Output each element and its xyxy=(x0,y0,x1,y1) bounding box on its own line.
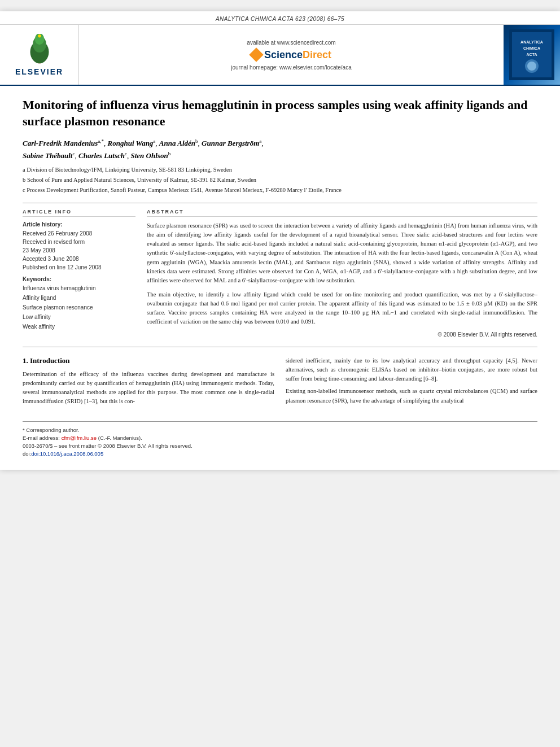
received-original: Received 26 February 2008 xyxy=(23,229,135,238)
article-info-abstract-section: ARTICLE INFO Article history: Received 2… xyxy=(23,209,537,338)
author-mandenius: Carl-Fredrik Mandenius xyxy=(23,139,98,148)
available-text: available at www.sciencedirect.com xyxy=(247,40,335,46)
direct-text: Direct xyxy=(303,49,331,60)
author-ohlson: Sten Ohlson xyxy=(131,152,168,160)
published-date: Published on line 12 June 2008 xyxy=(23,263,135,272)
author-lutsch: Charles Lutsch xyxy=(78,152,125,160)
corresponding-author: * Corresponding author. xyxy=(23,426,537,434)
abstract-p2: The main objective, to identify a low af… xyxy=(147,290,537,327)
doi-line: doi:doi:10.1016/j.aca.2008.06.005 xyxy=(23,450,537,458)
article-info-column: ARTICLE INFO Article history: Received 2… xyxy=(23,209,135,338)
body-right-column: sidered inefficient, mainly due to its l… xyxy=(286,356,537,410)
issn-line: 0003-2670/$ – see front matter © 2008 El… xyxy=(23,442,537,450)
intro-p2: sidered inefficient, mainly due to its l… xyxy=(286,356,537,384)
keyword-4: Low affinity xyxy=(23,313,135,321)
center-banner: available at www.sciencedirect.com Scien… xyxy=(79,25,504,85)
author-alden: Anna Aldén xyxy=(159,139,195,148)
received-revised-date: 23 May 2008 xyxy=(23,246,135,255)
author-bergstrom: Gunnar Bergström xyxy=(202,139,259,148)
svg-text:ACTA: ACTA xyxy=(527,53,537,56)
article-info-label: ARTICLE INFO xyxy=(23,209,135,217)
authors-line: Carl-Fredrik Mandeniusa,*, Ronghui Wanga… xyxy=(23,137,537,162)
page: ANALYTICA CHIMICA ACTA 623 (2008) 66–75 … xyxy=(0,11,560,470)
divider-1 xyxy=(23,203,537,203)
abstract-body: Surface plasmon resonance (SPR) was used… xyxy=(147,221,537,327)
body-section: 1. Introduction Determination of the eff… xyxy=(23,356,537,410)
keyword-1: Influenza virus hemagglutinin xyxy=(23,284,135,292)
author-wang: Ronghui Wang xyxy=(108,139,154,148)
footnote-area: * Corresponding author. E-mail address: … xyxy=(23,421,537,458)
sciencedirect-wordmark: ScienceDirect xyxy=(264,49,331,61)
keyword-5: Weak affinity xyxy=(23,322,135,331)
keyword-2: Affinity ligand xyxy=(23,294,135,302)
sciencedirect-logo: ScienceDirect xyxy=(251,49,331,61)
intro-p3: Existing non-labelled immunosensor metho… xyxy=(286,387,537,405)
author-thebault: Sabine Thébault xyxy=(23,152,73,160)
received-revised-label: Received in revised form xyxy=(23,238,135,246)
science-text: Science xyxy=(264,49,303,60)
body-left-column: 1. Introduction Determination of the eff… xyxy=(23,356,274,410)
affil-b: b School of Pure and Applied Natural Sci… xyxy=(23,176,537,185)
svg-text:ANALYTICA: ANALYTICA xyxy=(520,40,543,44)
doi-link[interactable]: doi:10.1016/j.aca.2008.06.005 xyxy=(31,451,103,457)
affil-c: c Process Development Purification, Sano… xyxy=(23,186,537,195)
svg-text:CHIMICA: CHIMICA xyxy=(523,46,540,50)
journal-header: ANALYTICA CHIMICA ACTA 623 (2008) 66–75 xyxy=(0,11,560,25)
abstract-p1: Surface plasmon resonance (SPR) was used… xyxy=(147,221,537,286)
intro-p1: Determination of the efficacy of the inf… xyxy=(23,370,274,407)
affil-a: a Division of Biotechnology/IFM, Linköpi… xyxy=(23,165,537,174)
analytica-cover-icon: ANALYTICA CHIMICA ACTA xyxy=(509,29,554,80)
abstract-column: ABSTRACT Surface plasmon resonance (SPR)… xyxy=(147,209,537,338)
elsevier-tree-icon xyxy=(20,34,59,65)
elsevier-wordmark: ELSEVIER xyxy=(15,67,63,76)
introduction-heading: 1. Introduction xyxy=(23,356,274,365)
journal-homepage: journal homepage: www.elsevier.com/locat… xyxy=(231,64,351,71)
keywords-list: Influenza virus hemagglutinin Affinity l… xyxy=(23,284,135,331)
svg-point-11 xyxy=(527,62,536,71)
received-date: Received 26 February 2008 Received in re… xyxy=(23,229,135,272)
keyword-3: Surface plasmon resonance xyxy=(23,303,135,312)
history-label: Article history: xyxy=(23,221,135,228)
intro-body-left: Determination of the efficacy of the inf… xyxy=(23,370,274,407)
journal-cover-logo: ANALYTICA CHIMICA ACTA xyxy=(504,25,560,85)
article-title: Monitoring of influenza virus hemaggluti… xyxy=(23,97,537,129)
sciencedirect-diamond-icon xyxy=(249,47,263,62)
svg-point-4 xyxy=(38,34,41,37)
accepted-date: Accepted 3 June 2008 xyxy=(23,255,135,263)
journal-citation: ANALYTICA CHIMICA ACTA 623 (2008) 66–75 xyxy=(216,16,344,22)
section-title: Introduction xyxy=(30,356,70,365)
copyright-notice: © 2008 Elsevier B.V. All rights reserved… xyxy=(147,331,537,338)
intro-body-right: sidered inefficient, mainly due to its l… xyxy=(286,356,537,405)
keywords-heading: Keywords: xyxy=(23,276,135,282)
top-banner: ELSEVIER available at www.sciencedirect.… xyxy=(0,25,560,86)
email-link[interactable]: cfm@ifm.liu.se xyxy=(62,435,97,441)
abstract-label: ABSTRACT xyxy=(147,209,537,217)
elsevier-logo: ELSEVIER xyxy=(0,25,79,85)
affiliations: a Division of Biotechnology/IFM, Linköpi… xyxy=(23,165,537,194)
email-line: E-mail address: cfm@ifm.liu.se (C.-F. Ma… xyxy=(23,434,537,442)
section-number: 1. xyxy=(23,356,28,365)
divider-2 xyxy=(23,347,537,347)
content-area: Monitoring of influenza virus hemaggluti… xyxy=(0,86,560,470)
